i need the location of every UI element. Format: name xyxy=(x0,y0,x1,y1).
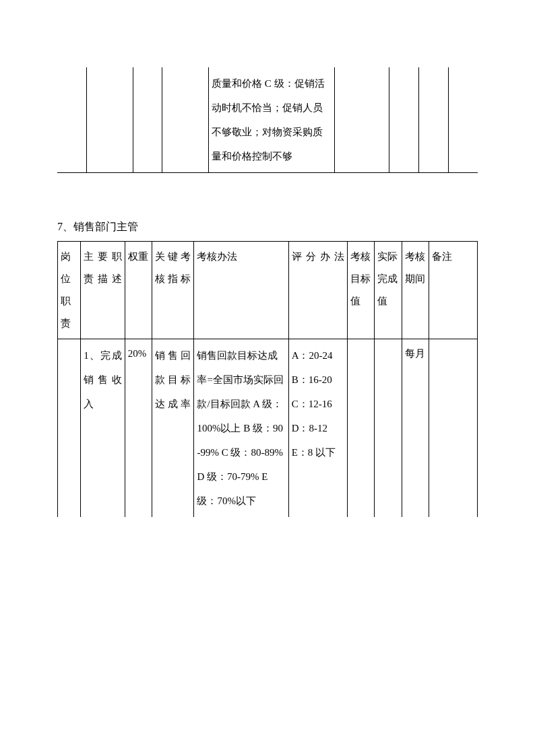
top-cell-7 xyxy=(389,67,419,173)
top-cell-2 xyxy=(87,67,133,173)
cell-period: 每月 xyxy=(402,339,429,518)
cell-post-duty xyxy=(58,339,81,518)
top-cell-4 xyxy=(162,67,209,173)
cell-method: 销售回款目标达成率=全国市场实际回款/目标回款 A 级：100%以上 B 级：9… xyxy=(194,339,288,518)
cell-key-index: 销售回款目标达成率 xyxy=(152,339,194,518)
cell-actual xyxy=(375,339,402,518)
top-cell-9 xyxy=(448,67,478,173)
hdr-key-index: 关键考核指标 xyxy=(152,242,194,339)
cell-remark xyxy=(429,339,478,518)
hdr-target: 考核目标值 xyxy=(347,242,374,339)
cell-target xyxy=(347,339,374,518)
hdr-period: 考核期间 xyxy=(402,242,429,339)
hdr-weight: 权重 xyxy=(125,242,152,339)
hdr-post-duty: 岗位职责 xyxy=(58,242,81,339)
main-table: 岗位职责 主要职责描述 权重 关键考核指标 考核办法 评分办法 考核目标值 实际… xyxy=(57,241,478,517)
hdr-remark: 备注 xyxy=(429,242,478,339)
hdr-method: 考核办法 xyxy=(194,242,288,339)
section-heading: 7、销售部门主管 xyxy=(57,220,478,234)
data-row-1: 1、完成销售收入 20% 销售回款目标达成率 销售回款目标达成率=全国市场实际回… xyxy=(58,339,478,518)
hdr-main-duty: 主要职责描述 xyxy=(81,242,125,339)
cell-weight: 20% xyxy=(125,339,152,518)
hdr-actual: 实际完成值 xyxy=(375,242,402,339)
top-cell-6 xyxy=(335,67,389,173)
top-cell-3 xyxy=(133,67,162,173)
cell-main-duty: 1、完成销售收入 xyxy=(81,339,125,518)
hdr-scoring: 评分办法 xyxy=(288,242,347,339)
top-cell-1 xyxy=(57,67,87,173)
cell-scoring: A：20-24 B：16-20 C：12-16 D：8-12 E：8 以下 xyxy=(288,339,347,518)
header-row: 岗位职责 主要职责描述 权重 关键考核指标 考核办法 评分办法 考核目标值 实际… xyxy=(58,242,478,339)
top-partial-table: 质量和价格 C 级：促销活动时机不恰当；促销人员不够敬业；对物资采购质量和价格控… xyxy=(57,67,478,173)
top-cell-5: 质量和价格 C 级：促销活动时机不恰当；促销人员不够敬业；对物资采购质量和价格控… xyxy=(209,67,335,173)
top-cell-8 xyxy=(419,67,449,173)
